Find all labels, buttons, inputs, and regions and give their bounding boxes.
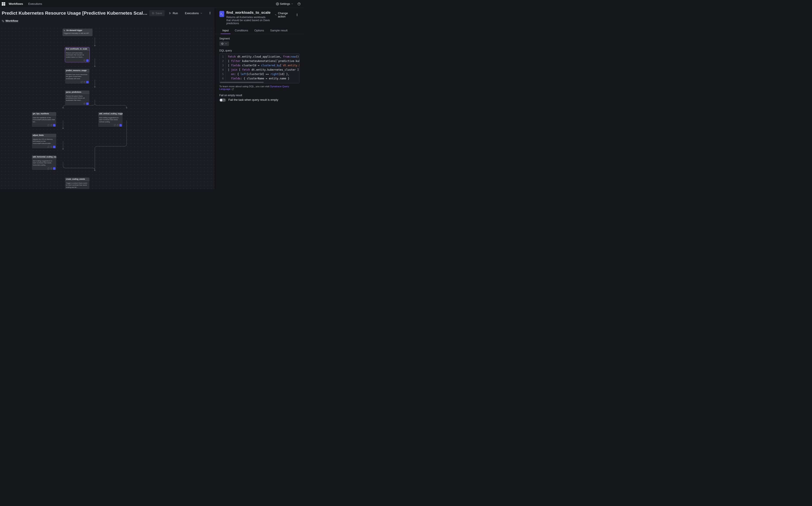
svg-rect-7: [2, 20, 3, 21]
nav-workflows[interactable]: Workflows: [7, 1, 25, 6]
save-button[interactable]: Save: [149, 10, 165, 16]
node-events[interactable]: create_scaling_events Trigger a custom D…: [65, 178, 89, 189]
fail-empty-toggle[interactable]: ✕: [219, 98, 226, 102]
svg-marker-19: [62, 128, 64, 129]
cursor-icon: [64, 30, 66, 31]
segment-label: Segment: [219, 37, 299, 40]
tab-options[interactable]: Options: [251, 27, 267, 34]
tab-input[interactable]: Input: [219, 27, 232, 34]
node-parse[interactable]: parse_predictions Parses the given Davis…: [65, 90, 89, 105]
node-adjust[interactable]: adjust_limits Adjusts the CPU & Memory l…: [32, 134, 56, 149]
clock-icon: [50, 124, 52, 126]
chevron-down-icon: [291, 3, 293, 5]
save-icon: [152, 12, 154, 14]
app-badge-icon: [86, 59, 89, 62]
tab-conditions[interactable]: Conditions: [232, 27, 251, 34]
help-button[interactable]: [296, 1, 302, 7]
svg-point-4: [210, 12, 210, 12]
app-grid-icon[interactable]: [2, 2, 5, 6]
cube-icon: [221, 43, 224, 45]
code-content[interactable]: fetch dt.entity.cloud_application, from:…: [226, 54, 299, 82]
code-gutter: 123456: [220, 54, 226, 82]
svg-marker-10: [94, 45, 96, 47]
clock-icon: [117, 124, 119, 126]
dql-editor[interactable]: 123456 fetch dt.entity.cloud_application…: [219, 54, 299, 83]
svg-marker-21: [62, 149, 64, 150]
run-button[interactable]: Run: [166, 10, 180, 16]
dots-vertical-icon: [209, 12, 212, 15]
top-navbar: Workflows Executions Settings: [0, 0, 304, 8]
svg-rect-8: [3, 21, 4, 22]
svg-point-31: [297, 14, 298, 14]
settings-button[interactable]: Settings: [274, 1, 295, 6]
svg-point-32: [297, 15, 298, 15]
action-detail-pane: find_workloads_to_scale Returns all Kube…: [215, 8, 304, 189]
app-badge-icon: [53, 146, 56, 148]
clock-icon: [50, 146, 52, 148]
svg-point-1: [298, 3, 300, 5]
retry-icon: [47, 124, 50, 126]
code-scrollbar[interactable]: [220, 82, 299, 83]
play-icon: [169, 12, 171, 14]
dql-label: DQL query: [219, 49, 299, 52]
retry-icon: [47, 167, 50, 169]
nav-executions[interactable]: Executions: [27, 1, 44, 6]
svg-marker-14: [94, 87, 96, 88]
svg-marker-12: [94, 66, 96, 67]
back-arrow-icon: [275, 14, 277, 16]
external-link-icon: [232, 88, 234, 91]
svg-marker-17: [126, 107, 128, 109]
gear-icon: [276, 2, 279, 5]
clock-icon: [50, 167, 52, 169]
node-trigger[interactable]: On demand trigger Triggered manually or …: [62, 28, 92, 36]
settings-label: Settings: [280, 2, 290, 5]
workflow-tab[interactable]: Workflow: [5, 19, 18, 23]
svg-point-33: [297, 15, 298, 16]
svg-marker-3: [170, 12, 171, 14]
more-menu-button[interactable]: [207, 10, 213, 16]
executions-dropdown[interactable]: Executions: [182, 10, 205, 16]
change-action-button[interactable]: Change action: [273, 10, 294, 19]
workflow-canvas[interactable]: On demand trigger Triggered manually or …: [0, 26, 215, 189]
svg-point-6: [210, 14, 210, 14]
action-app-icon: [219, 11, 224, 17]
workflow-icon: [2, 20, 4, 22]
clock-icon: [83, 59, 86, 62]
help-icon: [298, 2, 301, 5]
svg-point-5: [210, 13, 210, 13]
action-title[interactable]: find_workloads_to_scale: [226, 10, 271, 15]
clock-icon: [83, 102, 86, 105]
node-find-workloads[interactable]: find_workloads_to_scale Returns all Kube…: [65, 47, 89, 62]
svg-point-0: [277, 3, 278, 4]
app-badge-icon: [120, 124, 122, 126]
node-hpa[interactable]: get_hpa_manifests Gets the manifests of …: [32, 112, 56, 127]
app-badge-icon: [86, 102, 89, 105]
tab-sample-result[interactable]: Sample result: [267, 27, 291, 34]
action-description: Returns all Kubernetes workloads that sh…: [226, 16, 271, 25]
app-badge-icon: [86, 81, 89, 83]
segment-dropdown[interactable]: [219, 41, 229, 46]
node-predict[interactable]: predict_resource_usage Predicts how much…: [65, 69, 89, 84]
dql-helper-text: To learn more about using DQL, you can v…: [219, 85, 299, 91]
action-more-button[interactable]: [295, 12, 299, 18]
node-horizontal[interactable]: add_horizontal_scaling_suggestions Add s…: [32, 155, 56, 170]
retry-icon: [81, 81, 83, 83]
svg-marker-22: [94, 170, 96, 171]
retry-icon: [47, 146, 50, 148]
chevron-down-icon: [225, 43, 227, 45]
clock-icon: [83, 81, 86, 83]
app-badge-icon: [53, 167, 56, 170]
dots-vertical-icon: [296, 13, 299, 16]
chevron-down-icon: [200, 12, 203, 14]
workflow-title[interactable]: Predict Kubernetes Resource Usage [Predi…: [2, 10, 148, 16]
svg-line-35: [233, 88, 234, 89]
app-badge-icon: [53, 124, 56, 126]
node-vertical[interactable]: add_vertical_scaling_suggestions Add sca…: [98, 112, 123, 127]
fail-empty-description: Fail the task when query result is empty: [228, 98, 278, 101]
fail-empty-label: Fail on empty result: [219, 94, 299, 97]
svg-marker-16: [62, 107, 64, 109]
workflow-canvas-pane: Predict Kubernetes Resource Usage [Predi…: [0, 8, 215, 189]
retry-icon: [114, 124, 116, 126]
detail-tabs: Input Conditions Options Sample result: [215, 27, 304, 34]
